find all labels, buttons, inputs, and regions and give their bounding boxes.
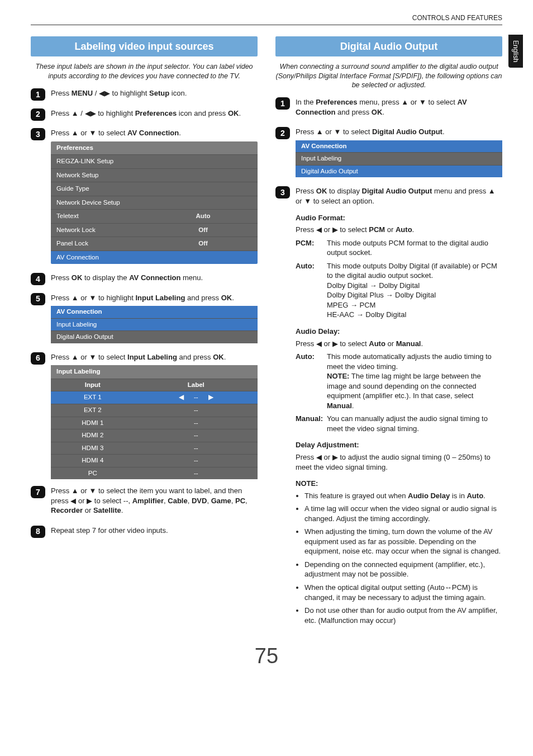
menu-title: AV Connection: [51, 306, 258, 318]
step-badge-1: 1: [31, 88, 45, 101]
menu-row: Digital Audio Output: [51, 330, 258, 343]
down-icon: ▼: [89, 352, 97, 362]
auto-term: Auto:: [296, 261, 327, 271]
table-row: HDMI 1--: [51, 417, 258, 429]
step-6: Press ▲ or ▼ to select Input Labeling an…: [51, 352, 258, 479]
right-icon: ▶: [104, 88, 110, 98]
left-intro: These input labels are shown in the inpu…: [31, 62, 258, 81]
arrow-right-icon: →: [356, 310, 364, 319]
delay-manual-term: Manual:: [296, 414, 327, 424]
up-icon: ▲: [72, 486, 79, 496]
note-heading: NOTE:: [296, 479, 502, 489]
menu-row-selected: Input Labeling: [51, 318, 258, 331]
down-icon: ▼: [334, 127, 341, 137]
avconn-menu-right: AV Connection Input Labeling Digital Aud…: [296, 140, 502, 178]
step-badge-2: 2: [275, 127, 290, 139]
step-badge-3: 3: [31, 128, 45, 140]
page-header: CONTROLS AND FEATURES: [31, 13, 502, 25]
menu-title: AV Connection: [296, 140, 502, 153]
down-icon: ▼: [89, 486, 97, 496]
step-8: Repeat step 7 for other video inputs.: [51, 526, 258, 539]
step-badge-7: 7: [31, 486, 45, 498]
page-number: 75: [31, 642, 502, 670]
step-badge-3: 3: [275, 186, 290, 199]
arrow-right-icon: →: [386, 291, 393, 299]
delay-adjustment-heading: Delay Adjustment:: [296, 440, 502, 450]
down-icon: ▼: [89, 128, 97, 138]
audio-delay-heading: Audio Delay:: [296, 327, 502, 337]
left-icon: ◀: [316, 452, 322, 462]
step-badge-6: 6: [31, 352, 45, 365]
table-row: HDMI 4--: [51, 454, 258, 467]
left-icon: ◀: [85, 108, 91, 119]
left-section-title: Labeling video input sources: [31, 36, 258, 56]
menu-row: Network Device Setup: [51, 196, 258, 210]
step-badge-8: 8: [31, 526, 45, 538]
step-badge-4: 4: [31, 273, 45, 285]
delay-auto-desc: This mode automatically adjusts the audi…: [327, 352, 502, 410]
step-1: Press MENU / ◀▶ to highlight Setup icon.: [51, 88, 258, 102]
table-row: PC--: [51, 467, 258, 480]
note-item: A time lag will occur when the video sig…: [304, 504, 502, 523]
delay-manual-desc: You can manually adjust the audio signal…: [327, 414, 502, 433]
up-icon: ▲: [72, 352, 79, 362]
left-icon: ◀: [70, 496, 76, 506]
up-icon: ▲: [488, 186, 496, 196]
up-icon: ▲: [72, 293, 79, 303]
note-item: This feature is grayed out when Audio De…: [304, 491, 502, 501]
step-3: Press ▲ or ▼ to select AV Connection. Pr…: [51, 128, 258, 266]
avconn-menu: AV Connection Input Labeling Digital Aud…: [51, 306, 258, 343]
rstep-1: In the Preferences menu, press ▲ or ▼ to…: [296, 97, 502, 120]
right-icon: ▶: [208, 393, 213, 402]
step-badge-2: 2: [31, 108, 45, 121]
table-row: EXT 1 ◀--▶: [51, 391, 258, 404]
rstep-3: Press OK to display Digital Audio Output…: [296, 186, 502, 629]
menu-row: Network LockOff: [51, 223, 258, 237]
pcm-term: PCM:: [296, 238, 327, 248]
step-7: Press ▲ or ▼ to select the item you want…: [51, 486, 258, 519]
menu-row: Guide Type: [51, 182, 258, 196]
right-icon: ▶: [332, 452, 338, 462]
pcm-desc: This mode outputs PCM format to the digi…: [327, 238, 502, 258]
audio-format-defs: PCM: This mode outputs PCM format to the…: [296, 238, 502, 320]
table-header: Input Label: [51, 379, 258, 391]
arrow-lr-icon: ↔: [445, 583, 452, 592]
step-badge-5: 5: [31, 293, 45, 305]
note-item: Depending on the connected equipment (am…: [304, 560, 502, 579]
right-column: Digital Audio Output When connecting a s…: [275, 36, 502, 635]
menu-title: Preferences: [51, 141, 258, 155]
right-icon: ▶: [87, 496, 92, 506]
menu-row-selected: AV Connection: [51, 251, 258, 264]
audio-delay-defs: Auto: This mode automatically adjusts th…: [296, 352, 502, 433]
left-icon: ◀: [316, 339, 322, 349]
left-icon: ◀: [179, 393, 184, 402]
right-icon: ▶: [332, 339, 338, 349]
step-5: Press ▲ or ▼ to highlight Input Labeling…: [51, 293, 258, 346]
language-tab: English: [508, 35, 523, 68]
up-icon: ▲: [401, 97, 408, 107]
auto-desc: This mode outputs Dolby Digital (if avai…: [327, 261, 502, 320]
table-row: EXT 2--: [51, 404, 258, 417]
note-item: When the optical digital output setting …: [304, 583, 502, 602]
arrow-right-icon: →: [350, 301, 358, 309]
right-section-title: Digital Audio Output: [275, 36, 502, 56]
down-icon: ▼: [89, 293, 97, 303]
up-icon: ▲: [316, 127, 323, 137]
note-item: Do not use other than for audio output f…: [304, 606, 502, 625]
right-icon: ▶: [91, 108, 96, 119]
note-list: This feature is grayed out when Audio De…: [296, 491, 502, 626]
step-badge-1: 1: [275, 97, 290, 110]
arrow-right-icon: →: [370, 281, 377, 290]
left-column: Labeling video input sources These input…: [31, 36, 258, 635]
down-icon: ▼: [304, 196, 311, 206]
audio-format-heading: Audio Format:: [296, 213, 502, 223]
note-item: When adjusting the timing, turn down the…: [304, 527, 502, 556]
table-row: HDMI 2--: [51, 429, 258, 442]
menu-row: Input Labeling: [296, 152, 502, 165]
step-2: Press ▲ / ◀▶ to highlight Preferences ic…: [51, 108, 258, 122]
menu-row: TeletextAuto: [51, 209, 258, 223]
left-icon: ◀: [99, 88, 104, 98]
left-icon: ◀: [316, 225, 322, 235]
delay-adjustment-line: Press ◀ or ▶ to adjust the audio signal …: [296, 452, 502, 472]
delay-auto-term: Auto:: [296, 352, 327, 362]
